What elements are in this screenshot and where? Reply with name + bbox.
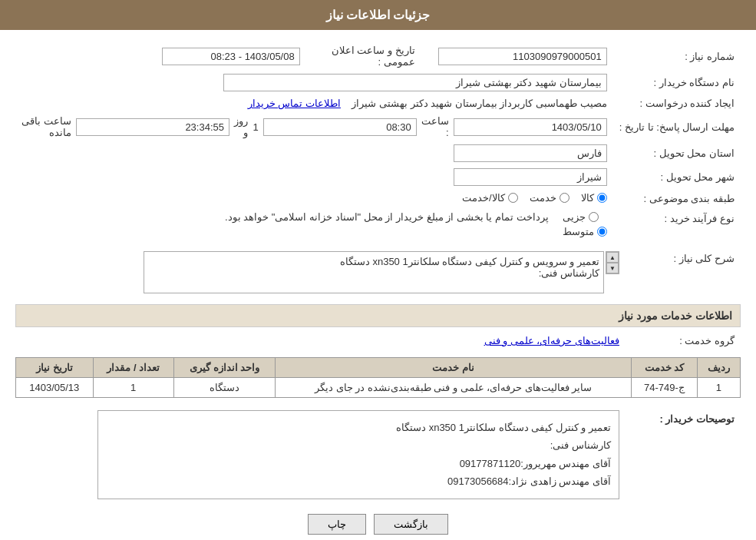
content-area: شماره نیاز : 1103090979000501 تاریخ و سا… [0,30,756,540]
category-radio-kala[interactable] [597,193,607,203]
deadline-row: مهلت ارسال پاسخ: تا تاریخ : 1403/05/10 س… [15,112,741,141]
contact-link[interactable]: اطلاعات تماس خریدار [248,98,341,109]
category-label: طبقه بندی موضوعی : [644,193,735,204]
col-service-name: نام خدمت [276,358,632,378]
services-section-header: اطلاعات خدمات مورد نیاز [15,304,741,327]
deadline-time-label: ساعت : [421,115,449,138]
buyer-notes-table: توصیحات خریدار : تعمیر و کنترل کیفی دستگ… [15,407,741,502]
purchase-type-row: نوع فرآیند خرید : جزیی متوسط [15,208,741,240]
category-option-kala: کالا [581,192,607,204]
purchase-type-radio-group: جزیی متوسط [563,211,607,237]
col-unit: واحد اندازه گیری [173,358,276,378]
page-container: جزئیات اطلاعات نیاز شماره نیاز : 1103090… [0,0,756,540]
general-description-label: شرح کلی نیاز : [674,253,735,264]
purchase-type-radio-motavasset[interactable] [597,227,607,237]
cell-need-date: 1403/05/13 [16,378,94,398]
services-table-body: 1 ج-749-74 سایر فعالیت‌های حرفه‌ای، علمی… [16,378,741,398]
need-number-row: شماره نیاز : 1103090979000501 تاریخ و سا… [15,41,741,71]
buyer-notes-row: توصیحات خریدار : تعمیر و کنترل کیفی دستگ… [15,407,741,502]
province-row: استان محل تحویل : فارس [15,141,741,165]
service-group-table: گروه خدمت : فعالیت‌های حرفه‌ای، علمی و ف… [15,332,741,350]
buyer-notes-value: تعمیر و کنترل کیفی دستگاه سلکانتر1 xn350… [97,410,619,499]
deadline-date: 1403/05/10 [454,118,607,136]
button-row: بازگشت چاپ [15,514,741,535]
city-value: شیراز [454,168,607,186]
scroll-down-btn[interactable]: ▼ [606,263,619,273]
service-group-value[interactable]: فعالیت‌های حرفه‌ای، علمی و فنی [484,335,619,346]
general-description-value: تعمیر و سرویس و کنترل کیفی دستگاه سلکانت… [144,251,604,293]
purchase-type-content: جزیی متوسط پرداخت تمام یا بخشی از مبلغ خ… [21,211,607,237]
scroll-up-btn[interactable]: ▲ [606,252,619,263]
description-row: شرح کلی نیاز : ▲ ▼ تعمیر و سرویس و کنترل… [15,248,741,297]
buyer-name-label: نام دستگاه خریدار : [654,77,735,88]
col-service-code: کد خدمت [632,358,698,378]
deadline-time: 08:30 [263,118,417,136]
services-table-header: ردیف کد خدمت نام خدمت واحد اندازه گیری ت… [16,358,741,378]
category-row: طبقه بندی موضوعی : کالا خدمت [15,189,741,208]
requester-label: ایجاد کننده درخواست : [640,98,735,109]
purchase-type-jozi: جزیی [563,211,599,223]
main-info-table: شماره نیاز : 1103090979000501 تاریخ و سا… [15,41,741,240]
province-label: استان محل تحویل : [654,147,735,159]
purchase-type-label: نوع فرآیند خرید : [665,213,735,224]
announce-datetime-label: تاریخ و ساعت اعلان عمومی : [332,45,415,68]
buyer-name-row: نام دستگاه خریدار : بیمارستان شهید دکتر … [15,71,741,94]
purchase-type-motavasset: متوسط [563,226,607,237]
purchase-type-radio-jozi[interactable] [589,212,599,222]
deadline-remaining-time: 23:34:55 [76,118,229,136]
category-radio-group: کالا خدمت کالا/خدمت [462,192,607,204]
announce-datetime-value: 1403/05/08 - 08:23 [162,48,300,65]
buyer-notes-label: توصیحات خریدار : [659,413,735,425]
description-scrollbar[interactable]: ▲ ▼ [606,251,619,274]
cell-service-code: ج-749-74 [632,378,698,398]
province-value: فارس [454,144,607,162]
purchase-type-note: پرداخت تمام یا بخشی از مبلغ خریدار از مح… [225,211,549,223]
deadline-day-label: روز و [234,115,248,138]
category-option-both: کالا/خدمت [462,192,518,204]
col-quantity: تعداد / مقدار [93,358,173,378]
cell-quantity: 1 [93,378,173,398]
services-header-row: ردیف کد خدمت نام خدمت واحد اندازه گیری ت… [16,358,741,378]
page-header: جزئیات اطلاعات نیاز [0,0,756,30]
table-row: 1 ج-749-74 سایر فعالیت‌های حرفه‌ای، علمی… [16,378,741,398]
deadline-days-value: 1 [253,121,258,133]
cell-unit: دستگاه [173,378,276,398]
requester-row: ایجاد کننده درخواست : مصیب طهماسبی کاربر… [15,94,741,112]
category-radio-khedmat[interactable] [560,193,569,203]
col-need-date: تاریخ نیاز [16,358,94,378]
need-number-label: شماره نیاز : [685,51,735,62]
city-label: شهر محل تحویل : [661,171,735,183]
buyer-name-value: بیمارستان شهید دکتر بهشتی شیراز [223,74,607,91]
cell-service-name: سایر فعالیت‌های حرفه‌ای، علمی و فنی طبقه… [276,378,632,398]
need-number-value: 1103090979000501 [438,48,607,65]
page-title: جزئیات اطلاعات نیاز [326,8,431,22]
service-group-label: گروه خدمت : [679,335,735,346]
service-group-row: گروه خدمت : فعالیت‌های حرفه‌ای، علمی و ف… [15,332,741,350]
cell-row-num: 1 [697,378,740,398]
description-table: شرح کلی نیاز : ▲ ▼ تعمیر و سرویس و کنترل… [15,248,741,297]
deadline-remaining-label: ساعت باقی مانده [21,115,71,138]
print-button[interactable]: چاپ [308,514,366,535]
deadline-label: مهلت ارسال پاسخ: تا تاریخ : [619,121,735,133]
services-table: ردیف کد خدمت نام خدمت واحد اندازه گیری ت… [15,357,741,398]
services-section-title: اطلاعات خدمات مورد نیاز [619,310,732,322]
requester-value: مصیب طهماسبی کاربرداز بیمارستان شهید دکت… [352,98,606,109]
city-row: شهر محل تحویل : شیراز [15,165,741,189]
category-radio-both[interactable] [508,193,518,203]
back-button[interactable]: بازگشت [374,514,448,535]
col-row-num: ردیف [697,358,740,378]
category-option-khedmat: خدمت [530,192,569,204]
